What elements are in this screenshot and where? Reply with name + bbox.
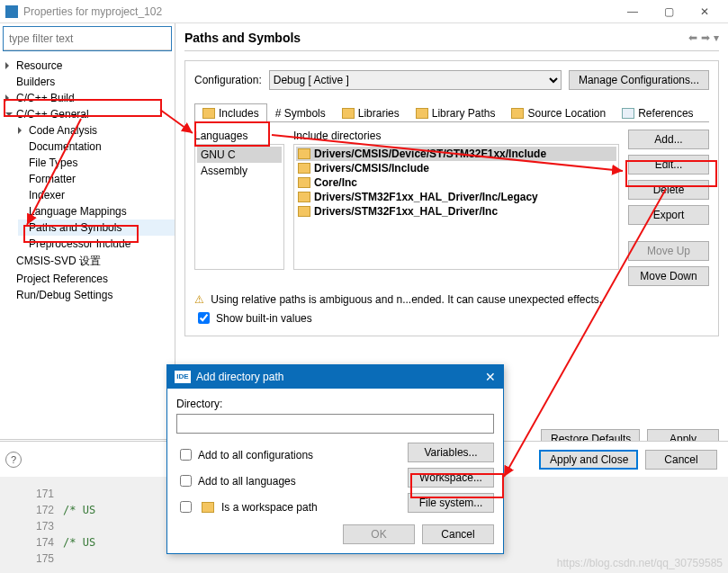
titlebar: Properties for myproject_102 — ▢ ✕ [0, 0, 728, 23]
sidebar: Resource Builders C/C++ Build C/C++ Gene… [0, 23, 175, 455]
include-item: Drivers/CMSIS/Include [296, 161, 616, 175]
edit-button[interactable]: Edit... [628, 155, 709, 175]
maximize-button[interactable]: ▢ [651, 5, 687, 18]
folder-icon [298, 192, 310, 202]
folder-icon [416, 108, 428, 119]
warning-icon: ⚠ [194, 293, 204, 306]
tab-source-location[interactable]: Source Location [503, 103, 614, 122]
forward-icon[interactable]: ➡ [701, 31, 710, 44]
include-item: Drivers/STM32F1xx_HAL_Driver/Inc [296, 204, 616, 219]
cancel-button[interactable]: Cancel [645, 450, 717, 470]
include-item: Core/Inc [296, 175, 616, 190]
tab-libraries[interactable]: Libraries [334, 103, 408, 122]
tree-preprocessor-include[interactable]: Preprocessor Include [18, 236, 175, 252]
menu-chevron-icon[interactable]: ▾ [714, 31, 719, 44]
tab-references[interactable]: References [614, 103, 701, 122]
add-all-conf-checkbox[interactable] [180, 449, 192, 461]
include-list[interactable]: Drivers/CMSIS/Device/ST/STM32F1xx/Includ… [293, 144, 619, 270]
variables-button[interactable]: Variables... [408, 443, 494, 462]
tree-project-references[interactable]: Project References [5, 271, 175, 287]
tree-language-mappings[interactable]: Language Mappings [18, 203, 175, 219]
delete-button[interactable]: Delete [628, 180, 709, 200]
include-item: Drivers/CMSIS/Device/ST/STM32F1xx/Includ… [296, 147, 616, 161]
languages-column: Languages GNU C Assembly [194, 130, 284, 286]
document-icon [622, 108, 634, 119]
tree-run-debug[interactable]: Run/Debug Settings [5, 287, 175, 303]
directory-input[interactable] [176, 414, 494, 434]
close-button[interactable]: ✕ [687, 5, 723, 18]
workspace-button[interactable]: Workspace... [408, 468, 494, 488]
show-builtin-checkbox[interactable] [198, 312, 210, 324]
move-down-button[interactable]: Move Down [628, 266, 709, 286]
show-builtin-label: Show built-in values [216, 312, 312, 325]
app-icon [5, 5, 18, 18]
config-select[interactable]: Debug [ Active ] [269, 70, 562, 90]
nav-tree: Resource Builders C/C++ Build C/C++ Gene… [0, 54, 175, 439]
manage-configurations-button[interactable]: Manage Configurations... [569, 70, 709, 90]
folder-icon [298, 206, 310, 217]
code-editor: 171 172/* US 173 174/* US 175 [27, 486, 728, 567]
languages-header: Languages [194, 130, 284, 144]
window-title: Properties for myproject_102 [23, 5, 162, 18]
back-icon[interactable]: ⬅ [688, 31, 697, 44]
include-item: Drivers/STM32F1xx_HAL_Driver/Inc/Legacy [296, 190, 616, 204]
tree-resource[interactable]: Resource [5, 58, 175, 74]
add-button[interactable]: Add... [628, 130, 709, 149]
tree-documentation[interactable]: Documentation [18, 139, 175, 155]
page-title: Paths and Symbols [184, 31, 685, 45]
tree-indexer[interactable]: Indexer [18, 187, 175, 203]
folder-icon [298, 148, 310, 159]
minimize-button[interactable]: — [615, 5, 651, 18]
settings-panel: Configuration: Debug [ Active ] Manage C… [184, 60, 719, 336]
folder-icon [342, 108, 355, 119]
tree-builders[interactable]: Builders [5, 74, 175, 90]
tree-cpp-build[interactable]: C/C++ Build [5, 90, 175, 106]
tree-paths-symbols[interactable]: Paths and Symbols [18, 219, 175, 236]
folder-icon [202, 108, 215, 119]
tree-cpp-general[interactable]: C/C++ General [5, 106, 175, 122]
tree-code-analysis[interactable]: Code Analysis [18, 122, 175, 139]
tabs: Includes # Symbols Libraries Library Pat… [194, 103, 709, 122]
folder-icon [298, 177, 310, 188]
tree-file-types[interactable]: File Types [18, 155, 175, 171]
dialog-title: Add directory path [196, 371, 283, 383]
note-text: Using relative paths is ambiguous and n.… [211, 293, 602, 306]
lang-assembly[interactable]: Assembly [197, 163, 282, 179]
ide-icon: IDE [175, 371, 191, 383]
config-label: Configuration: [194, 74, 262, 86]
tab-includes[interactable]: Includes [194, 103, 267, 122]
includes-column: Include directories Drivers/CMSIS/Device… [293, 130, 619, 286]
folder-icon [511, 108, 524, 119]
dialog-close-icon[interactable]: ✕ [485, 370, 496, 384]
tree-cmsis-svd[interactable]: CMSIS-SVD 设置 [5, 252, 175, 271]
lang-gnu-c[interactable]: GNU C [197, 147, 282, 163]
tree-formatter[interactable]: Formatter [18, 171, 175, 187]
tab-symbols[interactable]: # Symbols [267, 103, 334, 122]
directory-label: Directory: [176, 398, 494, 410]
dialog-titlebar[interactable]: IDE Add directory path ✕ [167, 365, 503, 389]
export-button[interactable]: Export [628, 205, 709, 225]
move-up-button[interactable]: Move Up [628, 241, 709, 261]
languages-list[interactable]: GNU C Assembly [194, 144, 284, 270]
includes-header: Include directories [293, 130, 619, 144]
help-icon[interactable]: ? [5, 452, 22, 468]
filter-input[interactable] [4, 27, 171, 50]
folder-icon [298, 163, 310, 174]
apply-and-close-button[interactable]: Apply and Close [539, 450, 638, 470]
tab-library-paths[interactable]: Library Paths [408, 103, 504, 122]
watermark: https://blog.csdn.net/qq_30759585 [557, 557, 723, 569]
side-buttons: Add... Edit... Delete Export Move Up Mov… [628, 130, 709, 286]
